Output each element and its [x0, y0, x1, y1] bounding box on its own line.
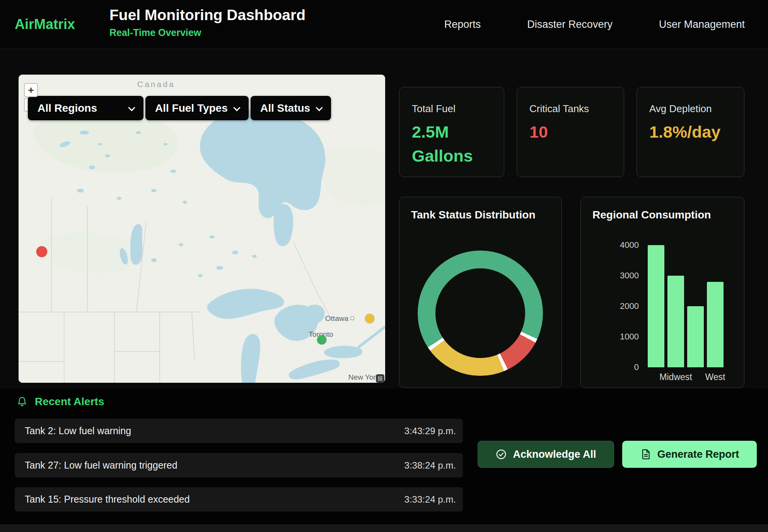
y-tick-label: 4000: [620, 240, 639, 250]
map-marker[interactable]: [317, 335, 326, 344]
map[interactable]: Canada Ottawa Toronto New York − + All R…: [19, 75, 385, 383]
map-canvas: Canada Ottawa Toronto New York: [19, 75, 385, 383]
map-label-ottawa: Ottawa: [325, 314, 349, 322]
region-filter-select[interactable]: All Regions: [28, 96, 143, 120]
bell-icon: [16, 396, 28, 408]
resize-grip-icon[interactable]: [376, 374, 384, 383]
alert-text: Tank 27: Low fuel warning triggered: [25, 460, 177, 471]
tank-status-card: Tank Status Distribution: [399, 197, 562, 388]
bar-rect: [687, 306, 704, 367]
status-filter-select[interactable]: All Status: [251, 96, 331, 120]
regional-consumption-card: Regional Consumption 01000200030004000 M…: [580, 197, 744, 388]
donut-chart-title: Tank Status Distribution: [411, 209, 536, 221]
bar-rect: [707, 282, 724, 367]
bar-x-label: Midwest: [659, 372, 692, 382]
map-label-canada: Canada: [137, 80, 175, 89]
footer-strip: [0, 524, 768, 532]
bar-plot: MidwestWest: [648, 245, 724, 367]
bar-rect: [667, 276, 684, 367]
page-title: Fuel Monitoring Dashboard: [109, 7, 305, 24]
bar-chart[interactable]: 01000200030004000 MidwestWest: [605, 245, 724, 367]
bar-chart-title: Regional Consumption: [592, 209, 711, 221]
stat-label: Total Fuel: [412, 103, 456, 115]
chevron-down-icon: [233, 104, 240, 111]
chevron-down-icon: [128, 104, 135, 111]
alert-row[interactable]: Tank 2: Low fuel warning 3:43:29 p.m.: [15, 419, 463, 443]
bar[interactable]: Midwest: [667, 245, 684, 367]
acknowledge-all-label: Acknowledge All: [513, 448, 596, 460]
page-subtitle: Real-Time Overview: [109, 27, 305, 38]
map-marker[interactable]: [365, 314, 374, 323]
alert-text: Tank 2: Low fuel warning: [25, 425, 131, 437]
alerts-header: Recent Alerts: [16, 396, 104, 408]
generate-report-button[interactable]: Generate Report: [622, 441, 757, 468]
bar[interactable]: [687, 245, 704, 367]
bar-y-axis: 01000200030004000: [605, 245, 639, 367]
bar-x-label: West: [705, 372, 725, 382]
recent-alerts-section: Recent Alerts Tank 2: Low fuel warning 3…: [0, 389, 768, 524]
alerts-title: Recent Alerts: [35, 396, 104, 408]
stat-card-critical-tanks: Critical Tanks 10: [517, 87, 624, 177]
map-marker[interactable]: [36, 246, 47, 257]
brand-logo[interactable]: AirMatrix: [15, 16, 75, 32]
y-tick-label: 0: [634, 362, 639, 372]
bar-rect: [648, 245, 664, 367]
alert-row[interactable]: Tank 15: Pressure threshold exceeded 3:3…: [15, 487, 463, 512]
nav-disaster-recovery[interactable]: Disaster Recovery: [527, 19, 613, 31]
map-filters: All Regions All Fuel Types All Status: [19, 96, 385, 120]
alert-row[interactable]: Tank 27: Low fuel warning triggered 3:38…: [15, 453, 463, 477]
stat-label: Critical Tanks: [529, 103, 589, 115]
acknowledge-all-button[interactable]: Acknowledge All: [478, 441, 614, 468]
stat-value: 10: [529, 120, 601, 144]
nav-reports[interactable]: Reports: [444, 19, 481, 31]
donut-hole: [435, 268, 525, 358]
status-filter-value: All Status: [260, 102, 310, 114]
city-dot-ottawa: [351, 317, 354, 320]
stat-value: 1.8%/day: [649, 120, 721, 144]
zoom-in-button[interactable]: +: [24, 83, 38, 97]
alert-time: 3:43:29 p.m.: [404, 426, 456, 437]
region-filter-value: All Regions: [38, 102, 97, 114]
alert-time: 3:38:24 p.m.: [404, 460, 456, 471]
stat-card-total-fuel: Total Fuel 2.5M Gallons: [399, 87, 504, 177]
document-icon: [640, 448, 652, 460]
title-block: Fuel Monitoring Dashboard Real-Time Over…: [109, 7, 305, 38]
alert-time: 3:33:24 p.m.: [404, 494, 456, 505]
map-label-new-york: New York: [348, 373, 380, 381]
y-tick-label: 3000: [620, 271, 639, 281]
bar[interactable]: West: [707, 245, 724, 367]
generate-report-label: Generate Report: [657, 448, 739, 460]
header: AirMatrix Fuel Monitoring Dashboard Real…: [0, 0, 768, 49]
donut-chart[interactable]: [418, 251, 543, 376]
stat-value: 2.5M Gallons: [412, 120, 483, 168]
fuel-type-filter-select[interactable]: All Fuel Types: [145, 96, 249, 120]
y-tick-label: 1000: [620, 332, 639, 342]
grip-dots-icon: [377, 376, 383, 381]
stat-card-avg-depletion: Avg Depletion 1.8%/day: [637, 87, 744, 177]
alert-text: Tank 15: Pressure threshold exceeded: [25, 494, 190, 505]
nav-user-management[interactable]: User Management: [659, 19, 745, 31]
main-nav: Reports Disaster Recovery User Managemen…: [444, 0, 745, 49]
stat-label: Avg Depletion: [649, 103, 712, 115]
fuel-type-filter-value: All Fuel Types: [155, 102, 228, 114]
bar[interactable]: [648, 245, 664, 367]
chevron-down-icon: [316, 104, 323, 111]
y-tick-label: 2000: [620, 301, 639, 311]
check-circle-icon: [495, 448, 507, 460]
